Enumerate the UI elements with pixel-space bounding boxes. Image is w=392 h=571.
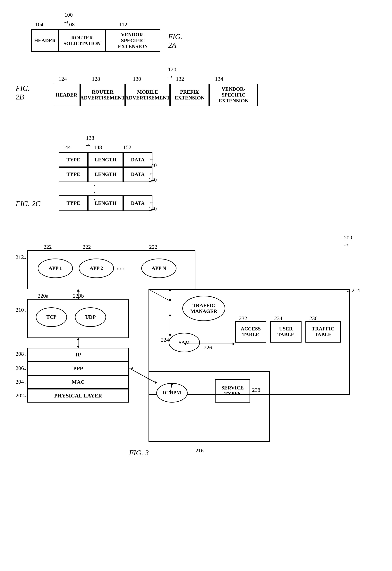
ref-140-3: ← 140 bbox=[148, 199, 157, 212]
app2-ellipse: APP 2 bbox=[79, 258, 114, 278]
fig2c-type3: TYPE bbox=[59, 195, 88, 211]
fig2b-header-box: HEADER bbox=[53, 84, 80, 106]
fig3-title: FIG. 3 bbox=[129, 448, 149, 457]
ref-120: 120 bbox=[168, 66, 176, 73]
fig2c-data2: DATA bbox=[123, 167, 152, 182]
arrow-200: ↙ bbox=[342, 241, 349, 249]
fig2a-title: FIG. 2A bbox=[168, 32, 182, 49]
physical-layer-box: PHYSICAL LAYER bbox=[27, 389, 129, 402]
tcp-udp-box: 220a 220b TCP UDP bbox=[27, 299, 129, 338]
ref-112: 112 bbox=[119, 21, 127, 28]
fig2c-length2: LENGTH bbox=[88, 167, 123, 182]
apps-dots: · · · bbox=[117, 265, 125, 273]
fig2c-row3: TYPE LENGTH DATA bbox=[59, 195, 152, 211]
bottom-right-box bbox=[148, 371, 270, 442]
ref-100: 100 bbox=[64, 12, 73, 18]
ref-134: 134 bbox=[215, 76, 223, 82]
svg-marker-12 bbox=[131, 367, 133, 369]
fig2a-header-box: HEADER bbox=[31, 29, 59, 52]
ref-104: 104 bbox=[35, 21, 44, 28]
fig2b-router-adv-box: ROUTERADVERTISEMENT bbox=[80, 84, 125, 106]
ref-152: 152 bbox=[123, 144, 131, 150]
ref-132: 132 bbox=[176, 76, 184, 82]
ref-216: 216 bbox=[195, 447, 204, 454]
ref-214: 214 bbox=[352, 287, 360, 294]
ref-148: 148 bbox=[94, 144, 102, 150]
fig3-container: 200 ↙ 212 → 222 222 222 APP 1 APP 2 · · … bbox=[16, 234, 377, 563]
mac-box: MAC bbox=[27, 375, 129, 389]
sam-ellipse: SAM bbox=[169, 333, 200, 352]
fig2c-length3: LENGTH bbox=[88, 195, 123, 211]
fig2c-row1: TYPE LENGTH DATA bbox=[59, 152, 152, 168]
fig2c-data1: DATA bbox=[123, 152, 152, 168]
ref-222-1: 222 bbox=[44, 244, 52, 250]
ref-124: 124 bbox=[59, 76, 67, 82]
ref-236: 236 bbox=[309, 315, 318, 321]
ref-222-3: 222 bbox=[149, 244, 157, 250]
traffic-table-box: TRAFFICTABLE bbox=[305, 321, 341, 343]
fig2c-data3: DATA bbox=[123, 195, 152, 211]
fig2b-mobile-adv-box: MOBILEADVERTISEMENT bbox=[125, 84, 170, 106]
ppp-box: PPP bbox=[27, 361, 129, 375]
ref-128: 128 bbox=[92, 76, 100, 82]
ref-130: 130 bbox=[133, 76, 141, 82]
ref-140-2: ← 140 bbox=[148, 171, 157, 183]
ref-232: 232 bbox=[239, 315, 247, 321]
ref-226: 226 bbox=[204, 344, 212, 351]
ref-224: 224 bbox=[161, 337, 169, 343]
fig2a-router-solicitation-box: ROUTERSOLICITATION bbox=[59, 29, 105, 52]
traffic-manager-ellipse: TRAFFICMANAGER bbox=[182, 296, 225, 321]
access-table-box: ACCESSTABLE bbox=[235, 321, 266, 343]
fig2b-prefix-ext-box: PREFIXEXTENSION bbox=[170, 84, 209, 106]
ip-box: IP bbox=[27, 348, 129, 361]
fig2c-length1: LENGTH bbox=[88, 152, 123, 168]
ref-200: 200 bbox=[344, 234, 352, 241]
appN-ellipse: APP N bbox=[141, 258, 176, 278]
arrow-138: ↙ bbox=[84, 142, 92, 149]
apps-container-box: 222 222 222 APP 1 APP 2 · · · APP N bbox=[27, 250, 195, 289]
arrow-120: ↙ bbox=[166, 73, 174, 81]
fig2c-type2: TYPE bbox=[59, 167, 88, 182]
fig2a-boxes: HEADER ROUTERSOLICITATION VENDOR-SPECIFI… bbox=[31, 29, 160, 52]
ref-144: 144 bbox=[62, 144, 71, 150]
ref-138: 138 bbox=[86, 135, 94, 141]
fig2c-row2: TYPE LENGTH DATA bbox=[59, 167, 152, 182]
ref-220a: 220a bbox=[38, 293, 48, 299]
fig2a-vendor-ext-box: VENDOR-SPECIFICEXTENSION bbox=[105, 29, 160, 52]
ref-222-2: 222 bbox=[83, 244, 91, 250]
fig2b-label: FIG. 2B bbox=[16, 84, 30, 101]
user-table-box: USERTABLE bbox=[270, 321, 302, 343]
svg-marker-2 bbox=[77, 289, 80, 292]
ref-220b: 220b bbox=[73, 293, 84, 299]
udp-ellipse: UDP bbox=[75, 307, 106, 327]
ref-108: 108 bbox=[66, 21, 75, 28]
app1-ellipse: APP 1 bbox=[38, 258, 73, 278]
fig2c-title: FIG. 2C bbox=[16, 199, 41, 208]
fig2b-boxes: HEADER ROUTERADVERTISEMENT MOBILEADVERTI… bbox=[53, 84, 258, 106]
ref-234: 234 bbox=[274, 315, 282, 321]
fig2b-vendor-ext-box: VENDOR-SPECIFICEXTENSION bbox=[209, 84, 258, 106]
tcp-ellipse: TCP bbox=[36, 307, 67, 327]
fig2c-type1: TYPE bbox=[59, 152, 88, 168]
